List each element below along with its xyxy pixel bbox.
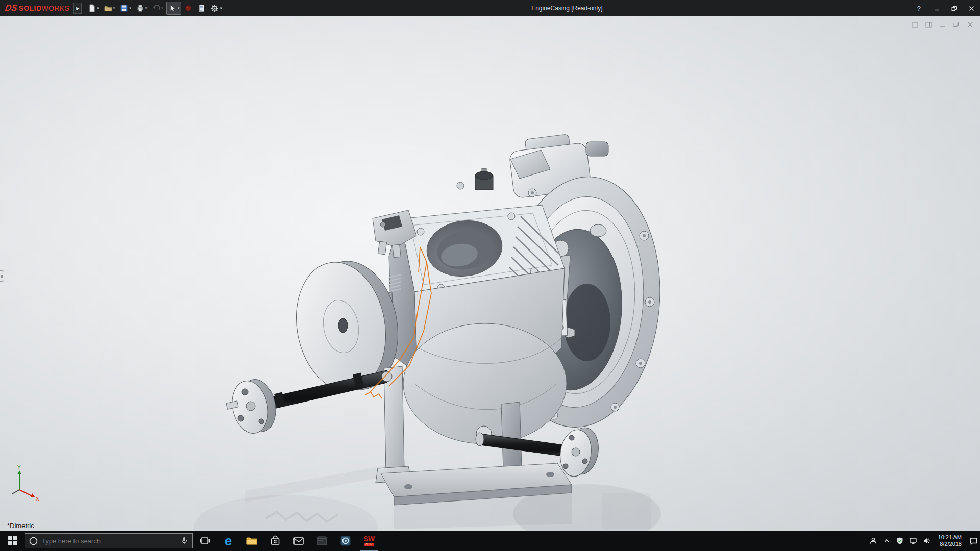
options-button[interactable]: ▾ (209, 2, 224, 15)
action-center-button[interactable] (967, 531, 980, 551)
people-icon (869, 537, 877, 545)
orientation-triad: Y X (3, 464, 43, 504)
defender-button[interactable] (893, 531, 906, 551)
x-axis-label: X (36, 496, 39, 502)
mail-button[interactable] (287, 531, 310, 551)
store-button[interactable] (263, 531, 287, 551)
dropdown-caret-icon[interactable]: ▾ (97, 6, 99, 10)
task-view-icon (199, 535, 210, 546)
file-properties-icon (198, 4, 206, 12)
rebuild-icon (184, 4, 192, 12)
engine-casing-model[interactable] (0, 16, 980, 531)
select-button[interactable]: ▾ (166, 2, 182, 15)
volume-button[interactable] (920, 531, 933, 551)
close-button[interactable] (963, 0, 980, 16)
mount-rod-left (226, 370, 392, 437)
options-gear-icon (211, 4, 219, 12)
minimize-button[interactable] (928, 0, 945, 16)
dark-app-button[interactable] (310, 531, 334, 551)
edge-button[interactable]: e (216, 531, 240, 551)
restore-button[interactable] (945, 0, 963, 16)
brand-solid-text: SOLID (19, 4, 42, 12)
new-document-button[interactable]: ▾ (86, 2, 101, 15)
microphone-icon[interactable] (180, 537, 188, 545)
start-button[interactable] (0, 531, 24, 551)
sw-letters: SW (363, 535, 375, 542)
taskbar-clock[interactable]: 10:21 AM 8/2/2018 (933, 534, 967, 547)
blue-app-button[interactable] (334, 531, 357, 551)
menu-flyout-button[interactable]: ▶ (74, 3, 82, 14)
show-hidden-icons-button[interactable] (880, 531, 893, 551)
view-orientation-label: *Dimetric (7, 522, 34, 530)
window-controls: ? (910, 0, 980, 16)
sw-year: 2017 (364, 543, 374, 546)
file-explorer-icon (246, 535, 258, 546)
display-settings-button[interactable] (906, 531, 920, 551)
y-axis-arrow (17, 470, 21, 474)
cortana-icon (29, 537, 38, 545)
restore-icon (951, 6, 957, 11)
help-button[interactable]: ? (910, 5, 928, 12)
undo-button[interactable]: ▾ (150, 2, 165, 15)
clock-time: 10:21 AM (938, 534, 962, 541)
dropdown-caret-icon[interactable]: ▾ (113, 6, 115, 10)
task-view-button[interactable] (193, 531, 216, 551)
z-axis-stub (12, 490, 19, 494)
dropdown-caret-icon[interactable]: ▾ (220, 6, 222, 10)
shield-icon (896, 537, 904, 545)
new-document-icon (88, 4, 96, 12)
speaker-icon (922, 537, 930, 545)
people-button[interactable] (867, 531, 880, 551)
chevron-up-icon (883, 537, 890, 544)
undo-icon (152, 4, 160, 12)
search-input[interactable] (42, 537, 176, 545)
windows-taskbar: e (0, 531, 980, 551)
store-bag-icon (269, 535, 281, 547)
dropdown-caret-icon[interactable]: ▾ (178, 6, 180, 10)
save-button[interactable]: ▾ (118, 2, 133, 15)
document-title: EngineCasing [Read-only] (224, 5, 910, 12)
system-tray: 10:21 AM 8/2/2018 (867, 531, 980, 551)
brand-works-text: WORKS (41, 4, 69, 12)
rebuild-button[interactable] (182, 2, 194, 15)
select-cursor-icon (168, 4, 177, 12)
save-floppy-icon (120, 4, 128, 12)
taskbar-search[interactable] (24, 533, 193, 548)
monitor-icon (909, 537, 917, 545)
x-axis-arrow (31, 493, 35, 497)
file-explorer-button[interactable] (240, 531, 263, 551)
print-icon (136, 4, 144, 12)
minimize-icon (934, 6, 940, 11)
clock-date: 8/2/2018 (938, 541, 962, 547)
dark-app-icon (316, 535, 328, 547)
open-folder-icon (104, 4, 112, 12)
close-icon (969, 6, 974, 11)
dassault-ds-mark: DS (5, 3, 18, 13)
y-axis-label: Y (17, 465, 21, 470)
solidworks-window: DS SOLID WORKS ▶ ▾ ▾ ▾ (0, 0, 980, 551)
open-button[interactable]: ▾ (102, 2, 117, 15)
graphics-area[interactable]: Y X *Dimetric (0, 16, 980, 531)
blue-app-icon (339, 535, 352, 547)
print-button[interactable]: ▾ (134, 2, 150, 15)
file-properties-button[interactable] (195, 2, 208, 15)
quick-access-toolbar: ▾ ▾ ▾ ▾ (86, 2, 224, 15)
notification-icon (969, 537, 978, 545)
dropdown-caret-icon[interactable]: ▾ (161, 6, 163, 10)
flyout-arrow-icon: ▶ (76, 6, 79, 11)
edge-icon: e (225, 534, 232, 547)
windows-logo-icon (8, 536, 17, 545)
dropdown-caret-icon[interactable]: ▾ (129, 6, 131, 10)
solidworks-2017-button[interactable]: SW 2017 (357, 531, 381, 551)
solidworks-2017-icon: SW 2017 (363, 535, 375, 546)
solidworks-logo: DS SOLID WORKS (0, 3, 72, 13)
title-bar: DS SOLID WORKS ▶ ▾ ▾ ▾ (0, 0, 980, 16)
mail-envelope-icon (292, 535, 305, 546)
dropdown-caret-icon[interactable]: ▾ (145, 6, 148, 10)
